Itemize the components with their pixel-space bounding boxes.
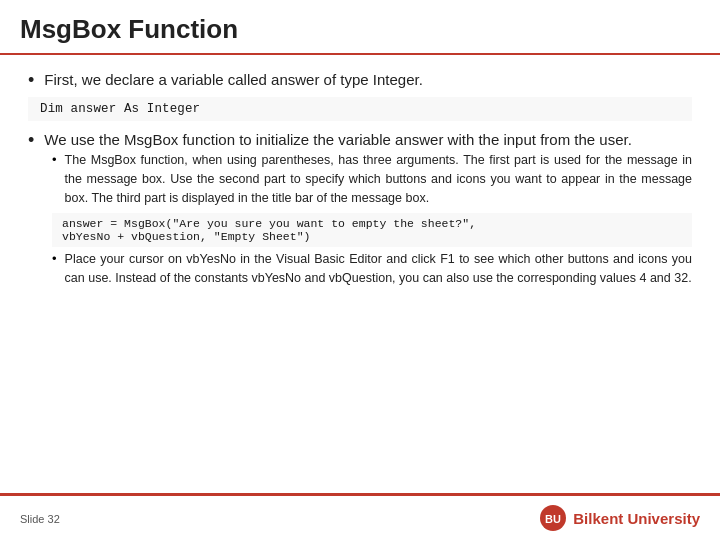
sub-bullet-1-text: The MsgBox function, when using parenthe… xyxy=(65,151,692,207)
slide-title: MsgBox Function xyxy=(20,14,700,45)
slide: MsgBox Function • First, we declare a va… xyxy=(0,0,720,540)
code-block-1: Dim answer As Integer xyxy=(28,97,692,121)
bullet-1-icon: • xyxy=(28,70,34,91)
bullet-2: • We use the MsgBox function to initiali… xyxy=(28,129,692,288)
sub-bullet-2-text: Place your cursor on vbYesNo in the Visu… xyxy=(65,250,692,288)
footer-left: Slide 32 xyxy=(20,509,529,527)
slide-header: MsgBox Function xyxy=(0,0,720,55)
bullet-2-icon: • xyxy=(28,130,34,151)
bullet-2-text: We use the MsgBox function to initialize… xyxy=(44,129,632,151)
slide-footer: Slide 32 BU Bilkent University xyxy=(0,493,720,540)
sub-bullet-1-inner: • The MsgBox function, when using parent… xyxy=(52,151,692,207)
code-block-2: answer = MsgBox("Are you sure you want t… xyxy=(52,213,692,247)
bullet-2-header: • We use the MsgBox function to initiali… xyxy=(28,129,692,151)
bilkent-logo-icon: BU xyxy=(539,504,567,532)
slide-number: Slide 32 xyxy=(20,513,60,525)
sub-bullet-2-icon: • xyxy=(52,251,57,266)
sub-bullet-2: • Place your cursor on vbYesNo in the Vi… xyxy=(52,250,692,288)
university-logo: BU Bilkent University xyxy=(539,504,700,532)
sub-bullet-1: • The MsgBox function, when using parent… xyxy=(52,151,692,207)
sub-bullet-1-icon: • xyxy=(52,152,57,167)
svg-text:BU: BU xyxy=(545,513,561,525)
bullet-1-text: First, we declare a variable called answ… xyxy=(44,69,423,91)
bullet-1: • First, we declare a variable called an… xyxy=(28,69,692,91)
university-name: Bilkent University xyxy=(573,510,700,527)
sub-bullet-2-inner: • Place your cursor on vbYesNo in the Vi… xyxy=(52,250,692,288)
slide-content: • First, we declare a variable called an… xyxy=(0,55,720,493)
